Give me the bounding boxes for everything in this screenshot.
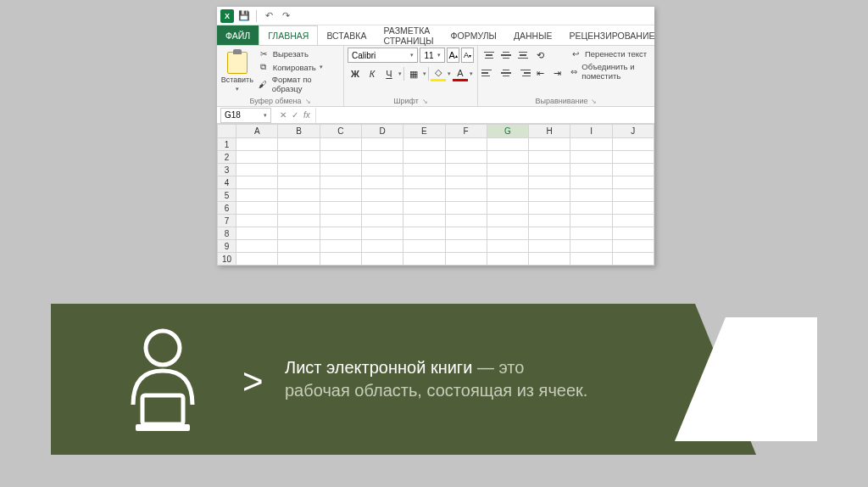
cell-A6[interactable] [236, 202, 278, 215]
cell-B9[interactable] [278, 240, 320, 253]
row-header-6[interactable]: 6 [218, 202, 236, 215]
cell-F5[interactable] [445, 189, 487, 202]
tab-review[interactable]: РЕЦЕНЗИРОВАНИЕ [561, 25, 664, 45]
copy-button[interactable]: ⧉ Копировать ▾ [258, 61, 340, 73]
cell-H5[interactable] [529, 189, 570, 202]
row-header-9[interactable]: 9 [218, 240, 236, 253]
increase-indent-button[interactable]: ⇥ [549, 65, 565, 81]
fx-icon[interactable]: fx [303, 110, 310, 120]
cell-A7[interactable] [236, 215, 278, 227]
decrease-indent-button[interactable]: ⇤ [532, 65, 548, 81]
cell-G6[interactable] [487, 202, 528, 215]
tab-data[interactable]: ДАННЫЕ [505, 25, 561, 45]
cell-J10[interactable] [612, 253, 654, 266]
cell-J9[interactable] [612, 240, 654, 253]
cell-I8[interactable] [570, 227, 612, 240]
column-header-B[interactable]: B [278, 125, 320, 138]
cell-G4[interactable] [487, 176, 528, 189]
cell-D6[interactable] [361, 202, 403, 215]
cell-E10[interactable] [403, 253, 445, 266]
cell-E3[interactable] [403, 164, 445, 176]
cell-D8[interactable] [361, 227, 403, 240]
font-color-button[interactable]: A [453, 66, 468, 81]
cell-C8[interactable] [320, 227, 361, 240]
cell-B4[interactable] [278, 176, 320, 189]
cell-H9[interactable] [529, 240, 570, 253]
cell-F8[interactable] [445, 227, 487, 240]
column-header-E[interactable]: E [403, 125, 445, 138]
cell-E7[interactable] [403, 215, 445, 227]
cell-B1[interactable] [278, 138, 320, 151]
merge-center-button[interactable]: ⇔ Объединить и поместить [570, 62, 651, 81]
redo-icon[interactable]: ↷ [279, 9, 292, 23]
cell-D1[interactable] [361, 138, 403, 151]
cell-F1[interactable] [445, 138, 487, 151]
cell-H1[interactable] [529, 138, 570, 151]
cell-I5[interactable] [570, 189, 612, 202]
cell-B5[interactable] [278, 189, 320, 202]
borders-button[interactable]: ▦ [406, 66, 421, 81]
cell-J5[interactable] [612, 189, 654, 202]
cut-button[interactable]: ✂ Вырезать [258, 48, 340, 59]
paste-button[interactable]: Вставить ▾ [220, 48, 254, 96]
cell-I2[interactable] [570, 151, 612, 164]
row-header-7[interactable]: 7 [218, 215, 236, 227]
row-header-4[interactable]: 4 [218, 176, 236, 189]
cell-I4[interactable] [570, 176, 612, 189]
cell-I7[interactable] [570, 215, 612, 227]
column-header-H[interactable]: H [529, 125, 570, 138]
font-size-dropdown[interactable]: 11 ▾ [420, 48, 445, 63]
italic-button[interactable]: К [364, 66, 380, 81]
column-header-I[interactable]: I [570, 125, 612, 138]
cell-C2[interactable] [320, 151, 361, 164]
column-header-F[interactable]: F [445, 125, 487, 138]
column-header-D[interactable]: D [361, 125, 403, 138]
cell-A3[interactable] [236, 164, 278, 176]
cell-G5[interactable] [487, 189, 528, 202]
cell-A1[interactable] [236, 138, 278, 151]
cell-H8[interactable] [529, 227, 570, 240]
cell-C7[interactable] [320, 215, 361, 227]
align-left-button[interactable] [481, 65, 497, 81]
tab-file[interactable]: ФАЙЛ [217, 25, 259, 45]
dialog-launcher-icon[interactable]: ↘ [305, 98, 311, 105]
bold-button[interactable]: Ж [348, 66, 363, 81]
fill-color-button[interactable]: ◇ [431, 66, 446, 81]
cancel-icon[interactable]: ✕ [280, 110, 287, 120]
cell-E4[interactable] [403, 176, 445, 189]
font-name-dropdown[interactable]: Calibri ▾ [348, 48, 418, 63]
cell-A2[interactable] [236, 151, 278, 164]
cell-C1[interactable] [320, 138, 361, 151]
row-header-2[interactable]: 2 [218, 151, 236, 164]
cell-B3[interactable] [278, 164, 320, 176]
row-header-3[interactable]: 3 [218, 164, 236, 176]
cell-F6[interactable] [445, 202, 487, 215]
cell-G10[interactable] [487, 253, 528, 266]
save-icon[interactable]: 💾 [237, 9, 251, 23]
cell-J8[interactable] [612, 227, 654, 240]
cell-D9[interactable] [361, 240, 403, 253]
cell-G7[interactable] [487, 215, 528, 227]
column-header-C[interactable]: C [320, 125, 361, 138]
cell-I10[interactable] [570, 253, 612, 266]
increase-font-button[interactable]: A▴ [447, 48, 459, 63]
cell-B8[interactable] [278, 227, 320, 240]
decrease-font-button[interactable]: A▾ [461, 48, 474, 63]
tab-page-layout[interactable]: РАЗМЕТКА СТРАНИЦЫ [375, 25, 442, 45]
cell-A9[interactable] [236, 240, 278, 253]
cell-D7[interactable] [361, 215, 403, 227]
cell-F4[interactable] [445, 176, 487, 189]
cell-H2[interactable] [529, 151, 570, 164]
cell-J7[interactable] [612, 215, 654, 227]
cell-J1[interactable] [612, 138, 654, 151]
cell-D3[interactable] [361, 164, 403, 176]
name-box[interactable]: G18 ▾ [220, 108, 271, 123]
cell-A4[interactable] [236, 176, 278, 189]
cell-H10[interactable] [529, 253, 570, 266]
cell-E8[interactable] [403, 227, 445, 240]
enter-icon[interactable]: ✓ [292, 110, 298, 120]
undo-icon[interactable]: ↶ [262, 9, 275, 23]
row-header-10[interactable]: 10 [218, 253, 236, 266]
wrap-text-button[interactable]: ↩ Перенести текст [570, 48, 651, 59]
cell-A10[interactable] [236, 253, 278, 266]
